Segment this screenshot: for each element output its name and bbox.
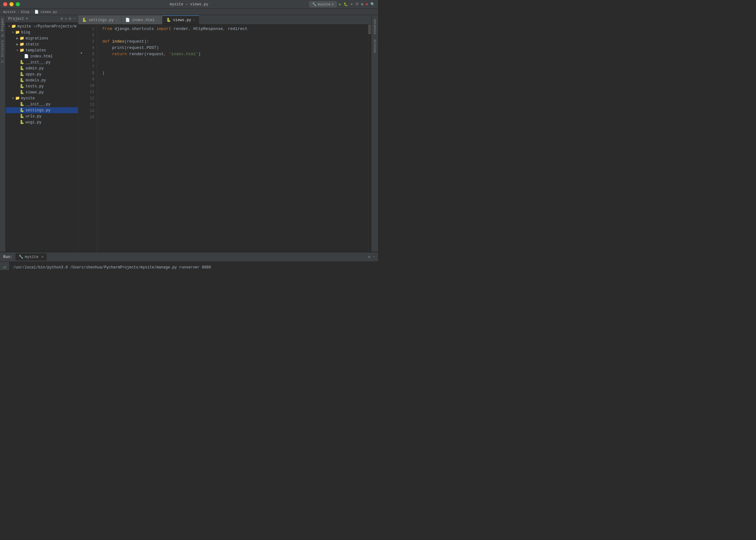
project-chevron: ▾ [26,16,28,21]
tree-item-root[interactable]: ▾ 📁 mysite ~/PycharmProjects/m [6,23,78,29]
tree-item-index-html[interactable]: 📄 index.html [6,53,78,59]
minimize-panel-icon[interactable]: − [373,255,375,259]
tree-add-icon[interactable]: ⊕ [61,16,63,21]
code-line-15 [102,114,368,120]
code-line-9 [102,76,368,83]
traffic-lights [3,2,20,6]
left-side-tabs: 1: Project 2: Structure [0,15,6,252]
bottom-layout: ↺ ↑ ■ ↓ ⊟ ⇌ 📌 🖨 🗑 /usr/local/bin/python3… [0,262,378,270]
close-button[interactable] [3,2,7,6]
minimap[interactable] [368,25,371,252]
toolbar-more-icon[interactable]: ⊞ [361,2,364,6]
toolbar-search-icon[interactable]: 🔍 [371,2,375,6]
breadcrumb: mysite › blog › 📄 views.py [0,9,378,15]
run-config-label: mysite [318,3,330,6]
tree-content: ▾ 📁 mysite ~/PycharmProjects/m ▾ 📁 blog … [6,23,78,252]
breadcrumb-mysite[interactable]: mysite [3,10,16,14]
window-title: mysite – views.py [170,2,208,7]
run-tab-close[interactable]: ✕ [41,255,44,259]
code-line-13 [102,101,368,108]
bottom-panel: Run: 🔧 mysite ✕ ⚙ − ↺ ↑ ■ ↓ ⊟ ⇌ 📌 🖨 🗑 /u… [0,252,378,270]
bottom-header-right: ⚙ − [368,255,375,259]
tree-close-icon[interactable]: − [73,16,76,21]
tree-item-mysite-folder[interactable]: ▾ 📁 mysite [6,95,78,101]
tree-label-templates: templates [26,48,46,53]
tree-item-static[interactable]: ▶ 📁 static [6,41,78,47]
tree-item-migrations[interactable]: ▶ 📁 migrations [6,35,78,41]
sidebar-tab-structure[interactable]: 2: Structure [0,39,5,64]
tree-item-blog[interactable]: ▾ 📁 blog [6,29,78,35]
run-tab[interactable]: 🔧 mysite ✕ [15,253,47,261]
line-gutter: ● [78,25,84,252]
tree-label-static: static [26,42,39,47]
code-line-1: from django.shortcuts import render, Htt… [102,26,368,32]
sidebar-tab-project[interactable]: 1: Project [0,17,5,38]
settings-tab-close[interactable]: ✕ [115,18,117,22]
toolbar-coverage-icon[interactable]: ☂ [351,2,353,6]
tree-item-models-py[interactable]: 🐍 models.py [6,77,78,83]
tree-label-wsgi-py: wsgi.py [26,120,41,125]
rerun-button[interactable]: ↺ [2,264,8,270]
toolbar-profile-icon[interactable]: ⏱ [355,2,359,6]
breakpoint-icon: ● [80,52,82,55]
tree-label-admin-py: admin.py [26,66,44,70]
tree-item-apps-py[interactable]: 🐍 apps.py [6,71,78,77]
tree-header: Project ▾ ⊕ ⇔ ⚙ − [6,15,78,23]
run-config-button[interactable]: 🔧 mysite ▾ [309,1,336,7]
tree-label-apps-py: apps.py [26,72,41,77]
code-line-14 [102,108,368,114]
breadcrumb-icon: 📄 [34,10,39,14]
tree-collapse-icon[interactable]: ⇔ [65,16,67,21]
bottom-header: Run: 🔧 mysite ✕ ⚙ − [0,252,378,262]
tree-item-wsgi-py[interactable]: 🐍 wsgi.py [6,119,78,125]
views-tab-icon: 🐍 [166,18,171,22]
tab-views-py[interactable]: 🐍 views.py ✕ [163,15,199,24]
views-tab-close[interactable]: ✕ [193,18,195,22]
breadcrumb-blog[interactable]: blog [21,10,29,14]
code-content[interactable]: from django.shortcuts import render, Htt… [97,25,368,252]
views-tab-label: views.py [173,18,191,22]
root-label: mysite ~/PycharmProjects/m [17,24,76,29]
tree-item-templates[interactable]: ▾ 📁 templates [6,47,78,53]
minimap-thumb [368,25,371,34]
run-tab-icon: 🔧 [19,255,23,259]
sidebar-tab-database[interactable]: Database [372,17,377,37]
toolbar-debug-icon[interactable]: 🐛 [344,2,348,6]
tree-item-urls-py[interactable]: 🐍 urls.py [6,113,78,119]
code-line-6 [102,58,368,64]
tree-label-models-py: models.py [26,78,46,83]
settings-tab-icon: 🐍 [82,18,87,22]
breadcrumb-file[interactable]: views.py [40,10,57,14]
gear-icon[interactable]: ⚙ [368,255,371,259]
toolbar-stop-icon[interactable]: ■ [366,3,368,6]
tree-item-mysite-init[interactable]: 🐍 __init__.py [6,101,78,107]
tree-item-views-py[interactable]: 🐍 views.py [6,89,78,95]
tree-item-init-py[interactable]: 🐍 __init__.py [6,59,78,65]
tree-label-index-html: index.html [30,54,53,59]
tree-settings-icon[interactable]: ⚙ [69,16,71,21]
right-side-tabs: Database SciView [371,15,378,252]
run-config-chevron: ▾ [332,2,334,6]
maximize-button[interactable] [16,2,20,6]
tree-label-tests-py: tests.py [26,84,44,89]
settings-tab-label: settings.py [89,18,114,22]
run-config-icon: 🔧 [312,2,317,6]
console-line-1: /usr/local/bin/python3.8 /Users/shenhua/… [13,264,374,270]
sidebar-tab-sciview[interactable]: SciView [372,37,377,55]
tree-label-init-py: __init__.py [26,60,51,65]
tab-index-html[interactable]: 📄 index.html ✕ [121,15,163,24]
tree-item-admin-py[interactable]: 🐍 admin.py [6,65,78,71]
tree-item-tests-py[interactable]: 🐍 tests.py [6,83,78,89]
tab-settings-py[interactable]: 🐍 settings.py ✕ [78,15,121,24]
title-bar-right: 🔧 mysite ▾ ▶ 🐛 ☂ ⏱ ⊞ ■ 🔍 [309,1,375,7]
html-tab-label: index.html [132,18,155,22]
toolbar-run-icon[interactable]: ▶ [339,2,341,6]
tree-label-mysite-init: __init__.py [26,102,51,107]
tree-item-settings-py[interactable]: 🐍 settings.py [6,107,78,113]
code-line-4: print(request.POST) [102,45,368,51]
html-tab-close[interactable]: ✕ [157,18,158,22]
code-editor[interactable]: ● 12345 678910 1112131415 f [78,25,371,252]
run-label: Run: [3,255,12,259]
code-line-7 [102,64,368,70]
minimize-button[interactable] [9,2,14,6]
